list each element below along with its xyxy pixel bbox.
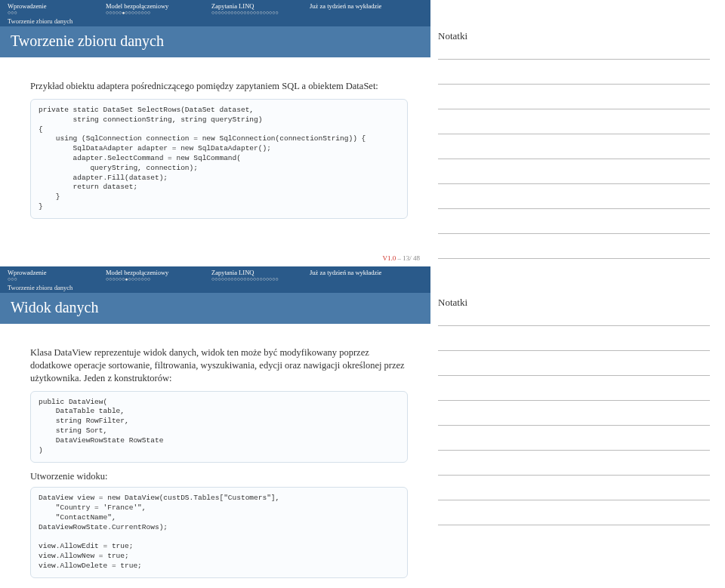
progress-dots: ○○○○○○○○○○○○○○○○○○○○○: [211, 277, 310, 282]
notes-line: [438, 159, 710, 159]
progress-dots: ○○○○○○○○○○○○○○○○○○○○○: [211, 11, 310, 16]
nav-label: Już za tydzień na wykładzie: [310, 2, 423, 10]
notes-line: [438, 84, 710, 85]
progress-dots: ○○○○○●○○○○○○○○: [106, 11, 211, 16]
notes-line: [438, 425, 710, 426]
nav-label: Model bezpołączeniowy: [106, 269, 211, 276]
notes-line: [438, 500, 710, 500]
version-label: V1.0: [382, 254, 396, 262]
nav-item[interactable]: Model bezpołączeniowy ○○○○○●○○○○○○○○: [106, 2, 211, 16]
slide-body: Klasa DataView reprezentuje widok danych…: [0, 324, 430, 588]
sub-heading: Utworzenie widoku:: [30, 470, 408, 483]
notes-line: [438, 59, 710, 60]
slide-content: Wprowadzenie ○○○ Model bezpołączeniowy ○…: [0, 0, 430, 266]
notes-line: [438, 134, 710, 134]
notes-title: Notatki: [438, 30, 710, 42]
notes-line: [438, 450, 710, 451]
code-block: private static DataSet SelectRows(DataSe…: [30, 99, 408, 219]
notes-lines: [438, 51, 710, 259]
slide-title: Tworzenie zbioru danych: [0, 26, 430, 57]
nav-label: Zapytania LINQ: [211, 2, 310, 10]
body-text: Przykład obiektu adaptera pośrednicząceg…: [30, 80, 408, 93]
progress-dots: ○○○: [8, 277, 106, 282]
slide-footer: V1.0 – 13/ 48: [0, 251, 430, 266]
notes-area: Notatki: [430, 266, 725, 588]
nav-item[interactable]: Zapytania LINQ ○○○○○○○○○○○○○○○○○○○○○: [211, 2, 310, 16]
nav-label: Model bezpołączeniowy: [106, 2, 211, 10]
notes-line: [438, 258, 710, 259]
nav-label: Wprowadzenie: [8, 2, 106, 10]
code-block: public DataView( DataTable table, string…: [30, 391, 408, 463]
nav-item[interactable]: Wprowadzenie ○○○: [8, 2, 106, 16]
notes-title: Notatki: [438, 297, 710, 309]
slide-body: Przykład obiektu adaptera pośrednicząceg…: [0, 57, 430, 251]
nav-header: Wprowadzenie ○○○ Model bezpołączeniowy ○…: [0, 266, 430, 293]
notes-line: [438, 475, 710, 476]
subsection-label: Tworzenie zbioru danych: [8, 17, 423, 25]
notes-line: [438, 525, 710, 525]
notes-line: [438, 350, 710, 351]
notes-area: Notatki: [430, 0, 725, 266]
notes-line: [438, 183, 710, 184]
nav-item[interactable]: Wprowadzenie ○○○: [8, 269, 106, 282]
subsection-label: Tworzenie zbioru danych: [8, 284, 423, 291]
notes-line: [438, 109, 710, 109]
progress-dots: ○○○○○○●○○○○○○○: [106, 277, 211, 282]
notes-line: [438, 325, 710, 326]
progress-dots: ○○○: [8, 11, 106, 16]
slide-2: Wprowadzenie ○○○ Model bezpołączeniowy ○…: [0, 266, 725, 588]
nav-item[interactable]: Zapytania LINQ ○○○○○○○○○○○○○○○○○○○○○: [211, 269, 310, 282]
nav-label: Wprowadzenie: [8, 269, 106, 276]
nav-item[interactable]: Model bezpołączeniowy ○○○○○○●○○○○○○○: [106, 269, 211, 282]
notes-lines: [438, 318, 710, 525]
nav-item[interactable]: Już za tydzień na wykładzie: [310, 269, 423, 282]
notes-line: [438, 400, 710, 401]
nav-header: Wprowadzenie ○○○ Model bezpołączeniowy ○…: [0, 0, 430, 26]
notes-line: [438, 375, 710, 376]
slide-content: Wprowadzenie ○○○ Model bezpołączeniowy ○…: [0, 266, 430, 588]
notes-line: [438, 208, 710, 209]
notes-line: [438, 233, 710, 234]
page-number: – 13/ 48: [397, 254, 420, 262]
code-block: DataView view = new DataView(custDS.Tabl…: [30, 487, 408, 578]
nav-item[interactable]: Już za tydzień na wykładzie: [310, 2, 423, 16]
slide-title: Widok danych: [0, 293, 430, 324]
slide-1: Wprowadzenie ○○○ Model bezpołączeniowy ○…: [0, 0, 725, 266]
nav-label: Już za tydzień na wykładzie: [310, 269, 423, 276]
body-text: Klasa DataView reprezentuje widok danych…: [30, 346, 408, 385]
nav-label: Zapytania LINQ: [211, 269, 310, 276]
